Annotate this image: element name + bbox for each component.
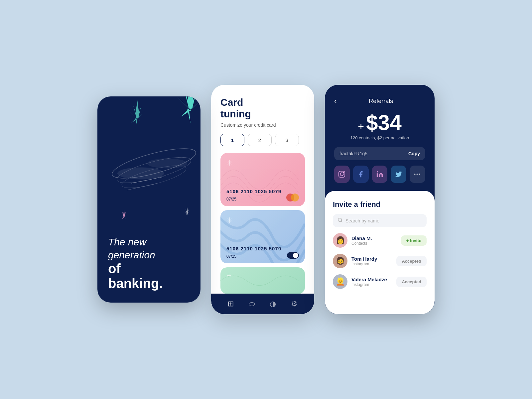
mastercard-logo-pink [286,194,299,201]
svg-point-14 [377,171,378,173]
svg-point-6 [147,159,187,169]
card-tuning-subtitle: Customize your credit card [220,122,305,128]
referral-plus-sign: + [358,120,364,133]
svg-rect-11 [339,171,345,177]
banking-art [97,96,200,230]
card-expiry-pink: 07/25 [226,197,236,201]
phone-banking: The new generation OF banking. [97,96,200,303]
contact-name-diana: Diana M. [351,235,401,241]
card-chip-blue: ✳ [226,216,232,225]
invite-button-diana[interactable]: + Invite [401,235,427,246]
nav-chart-icon[interactable]: ◑ [270,300,276,308]
contact-name-valera: Valera Meladze [351,277,396,282]
copy-button[interactable]: Copy [408,151,420,156]
referral-page-title: Referrals [336,98,425,105]
referral-amount-row: + $34 [358,112,401,133]
contact-row-tom: 🧔 Tom Hardy Instagram Accepted [333,254,427,268]
contact-row-valera: 👱 Valera Meladze Instagram Accepted [333,274,427,289]
referral-top-section: ‹ Referrals + $34 120 contacts, $2 per a… [325,85,435,191]
invite-title: Invite a friend [333,200,427,209]
svg-point-12 [340,173,343,176]
instagram-share-button[interactable] [334,166,350,183]
credit-card-green: ✳ [220,267,305,294]
nav-card-icon[interactable]: ⬭ [249,300,255,308]
avatar-diana: 👩 [333,233,347,248]
contact-row-diana: 👩 Diana M. Contacts + Invite [333,233,427,248]
card-toggle-blue[interactable] [287,252,299,259]
step-tabs: 1 2 3 [220,134,305,146]
card-number-blue: 5106 2110 1025 5079 [226,246,281,251]
more-share-button[interactable]: ••• [410,166,425,183]
banking-line1: The new [108,235,190,248]
svg-line-16 [341,221,342,222]
contact-source-valera: Instagram [351,282,396,287]
step-tab-2[interactable]: 2 [248,134,272,146]
social-share-row: ••• [334,166,425,183]
phone-referrals: ‹ Referrals + $34 120 contacts, $2 per a… [325,85,435,314]
contact-source-tom: Instagram [351,262,396,266]
step-tab-1[interactable]: 1 [220,134,244,146]
referral-description: 120 contacts, $2 per activation [350,135,409,140]
avatar-valera: 👱 [333,274,347,289]
accepted-button-tom[interactable]: Accepted [396,256,427,266]
accepted-button-valera[interactable]: Accepted [396,277,427,287]
contact-info-tom: Tom Hardy Instagram [351,256,396,266]
svg-marker-8 [185,207,190,217]
banking-line4: banking. [108,276,190,291]
card-chip-pink: ✳ [226,159,232,168]
svg-point-13 [343,172,344,173]
card-expiry-blue: 07/25 [226,254,236,259]
referral-header: ‹ Referrals [334,97,425,105]
banking-line3: OF [108,261,190,276]
back-button[interactable]: ‹ [334,97,336,105]
search-icon [337,217,343,224]
credit-card-blue: ✳ 5106 2110 1025 5079 07/25 [220,210,305,263]
twitter-share-button[interactable] [391,166,406,183]
nav-gear-icon[interactable]: ⚙ [291,300,298,308]
card-chip-green: ✳ [226,272,231,279]
svg-line-10 [127,184,157,190]
card-tuning-title: Cardtuning [220,97,305,120]
avatar-tom: 🧔 [333,254,347,268]
phone-card-tuning: Cardtuning Customize your credit card 1 … [211,85,314,314]
banking-tagline: The new generation OF banking. [108,235,190,291]
search-box[interactable]: Search by name [333,214,427,227]
step-tab-3[interactable]: 3 [275,134,299,146]
referral-amount-value: $34 [366,112,402,133]
svg-marker-7 [121,209,127,222]
invite-panel: Invite a friend Search by name 👩 Diana M… [325,191,435,314]
linkedin-share-button[interactable] [372,166,388,183]
svg-marker-0 [177,96,200,124]
referral-code-row: fractal/FR1g5 Copy [334,147,425,160]
banking-line2: generation [108,248,190,261]
contact-info-diana: Diana M. Contacts [351,235,401,246]
contact-source-diana: Contacts [351,241,401,246]
card-tuning-content: Cardtuning Customize your credit card 1 … [211,85,314,294]
referral-code-text: fractal/FR1g5 [339,151,408,156]
search-placeholder: Search by name [345,218,379,223]
contact-info-valera: Valera Meladze Instagram [351,277,396,287]
svg-marker-1 [129,100,146,127]
card-number-pink: 5106 2110 1025 5079 [226,189,281,194]
bottom-nav: ⊞ ⬭ ◑ ⚙ [211,294,314,314]
svg-point-5 [117,168,164,180]
facebook-share-button[interactable] [353,166,369,183]
nav-grid-icon[interactable]: ⊞ [228,300,234,308]
credit-card-pink: ✳ 5106 2110 1025 5079 07/25 [220,153,305,206]
contact-name-tom: Tom Hardy [351,256,396,262]
